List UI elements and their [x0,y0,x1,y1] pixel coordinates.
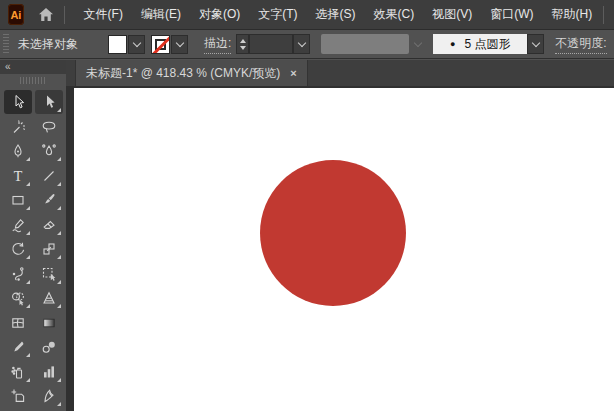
menubar-divider-right [603,6,604,24]
tool-free-transform[interactable] [35,262,63,286]
home-icon[interactable] [38,7,54,22]
perspective-grid-tool-icon [41,290,57,306]
stepper-up-icon [240,39,246,43]
menu-item-select[interactable]: 选择(S) [307,0,365,29]
tool-curvature[interactable] [35,139,63,163]
tool-perspective-grid[interactable] [35,286,63,310]
lasso-tool-icon [41,119,57,135]
curvature-tool-icon [41,143,57,159]
selection-status-label: 未选择对象 [18,36,78,53]
shape-builder-tool-icon [10,290,26,306]
tool-eyedropper[interactable] [4,335,32,359]
control-bar: 未选择对象 描边: ● 5 点圆形 不透明度: [0,30,614,59]
line-segment-tool-icon [41,168,57,184]
stroke-weight-stepper[interactable] [236,34,249,54]
mesh-tool-icon [10,315,26,331]
menu-item-help[interactable]: 帮助(H) [543,0,602,29]
tool-shape-builder[interactable] [4,286,32,310]
menu-item-object[interactable]: 对象(O) [190,0,249,29]
tool-selection[interactable] [4,90,32,114]
tool-symbol-sprayer[interactable] [4,360,32,384]
tool-artboard[interactable] [4,384,32,408]
tool-scale[interactable] [35,237,63,261]
eraser-tool-icon [41,217,57,233]
artboard-shape-circle[interactable] [260,160,406,306]
tool-blend[interactable] [35,335,63,359]
tool-rotate[interactable] [4,237,32,261]
column-graph-tool-icon [41,364,57,380]
tool-paintbrush[interactable] [35,188,63,212]
shaper-tool-icon [10,217,26,233]
stepper-down-icon [240,46,246,50]
document-tab-title: 未标题-1* @ 418.43 % (CMYK/预览) [86,65,280,82]
tools-panel: « T [0,60,66,411]
width-profile-dropdown-disabled[interactable] [321,34,409,54]
tool-lasso[interactable] [35,115,63,139]
menu-item-window[interactable]: 窗口(W) [481,0,542,29]
chevron-down-icon [175,38,183,46]
menu-list: 文件(F)编辑(E)对象(O)文字(T)选择(S)效果(C)视图(V)窗口(W)… [75,0,602,29]
direct-selection-tool-icon [41,94,57,110]
document-tab[interactable]: 未标题-1* @ 418.43 % (CMYK/预览) × [75,60,308,86]
menu-item-type[interactable]: 文字(T) [249,0,306,29]
rectangle-tool-icon [10,192,26,208]
tool-gradient[interactable] [35,311,63,335]
artboard[interactable] [74,88,614,411]
menu-item-edit[interactable]: 编辑(E) [132,0,190,29]
controlbar-grip-handle[interactable] [3,34,9,54]
chevron-down-icon [532,38,540,46]
tool-magic-wand[interactable] [4,115,32,139]
menu-item-file[interactable]: 文件(F) [75,0,132,29]
menubar-divider [64,6,65,24]
puppet-warp-tool-icon [10,266,26,282]
tool-pen[interactable] [4,139,32,163]
fill-color-swatch[interactable] [108,35,127,54]
menu-item-view[interactable]: 视图(V) [423,0,481,29]
blend-tool-icon [41,339,57,355]
selection-tool-icon [10,94,26,110]
brush-definition-value[interactable]: ● 5 点圆形 [433,34,527,54]
tool-puppet-warp[interactable] [4,262,32,286]
artboard-tool-icon [10,388,26,404]
tool-shaper[interactable] [4,213,32,237]
tools-panel-collapse-button[interactable]: « [0,60,66,74]
stroke-weight-label[interactable]: 描边: [204,35,231,54]
brush-name-label: 5 点圆形 [465,36,511,53]
menu-bar: Ai 文件(F)编辑(E)对象(O)文字(T)选择(S)效果(C)视图(V)窗口… [0,0,614,30]
tool-rectangle[interactable] [4,188,32,212]
grip-dots-icon [20,77,46,84]
type-tool-icon: T [10,168,26,184]
brush-dropdown-button[interactable] [527,34,544,54]
chevron-down-icon [132,38,140,46]
scale-tool-icon [41,241,57,257]
pen-tool-icon [10,143,26,159]
tool-direct-selection[interactable] [35,90,63,114]
illustrator-logo-icon: Ai [8,4,24,25]
tool-slice[interactable] [35,384,63,408]
fill-color-dropdown-button[interactable] [128,35,145,54]
opacity-label[interactable]: 不透明度: [555,35,606,54]
canvas-area [66,86,614,411]
brush-dot-icon: ● [450,40,455,49]
brush-definition-control: ● 5 点圆形 [433,34,544,54]
paintbrush-tool-icon [41,192,57,208]
tool-line-segment[interactable] [35,164,63,188]
tool-type[interactable]: T [4,164,32,188]
tools-panel-grip-handle[interactable] [0,74,66,87]
stroke-color-dropdown-button[interactable] [171,35,188,54]
tools-grid: T [0,87,66,408]
magic-wand-tool-icon [10,119,26,135]
tool-eraser[interactable] [35,213,63,237]
stroke-weight-input[interactable] [249,34,293,54]
fill-color-control [108,35,145,54]
menu-item-effect[interactable]: 效果(C) [365,0,424,29]
document-tab-bar: 未标题-1* @ 418.43 % (CMYK/预览) × [66,60,614,86]
tool-mesh[interactable] [4,311,32,335]
stroke-color-control [151,35,188,54]
tool-column-graph[interactable] [35,360,63,384]
stroke-weight-dropdown-button[interactable] [293,34,310,54]
svg-text:T: T [13,168,22,183]
close-tab-icon[interactable]: × [290,68,296,79]
chevron-down-disabled-icon [414,38,422,46]
stroke-color-swatch-none[interactable] [151,35,170,54]
